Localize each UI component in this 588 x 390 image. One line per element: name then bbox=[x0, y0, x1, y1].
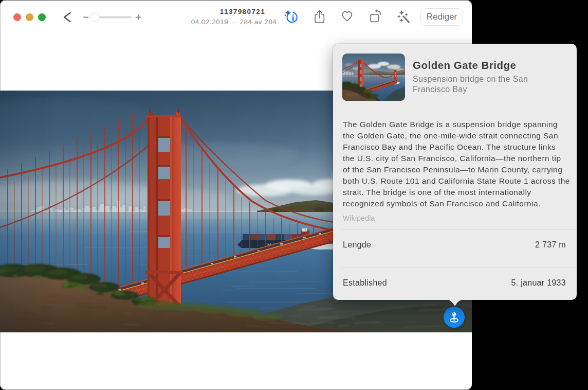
svg-text:i: i bbox=[291, 13, 294, 23]
